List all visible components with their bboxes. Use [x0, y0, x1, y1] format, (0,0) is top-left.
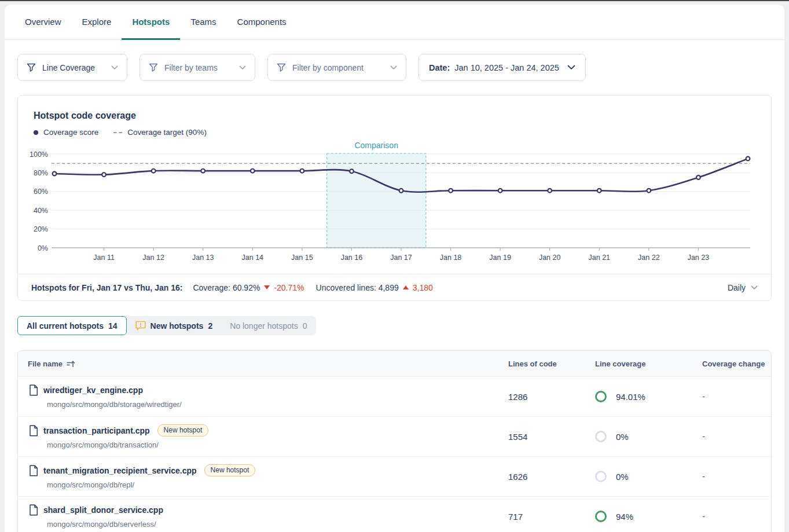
coverage-percent: 94.01%	[616, 392, 645, 402]
table-body: wiredtiger_kv_engine.cpp mongo/src/mongo…	[18, 377, 771, 532]
coverage-metric: Coverage: 60.92% -20.71%	[193, 283, 304, 292]
teams-filter[interactable]: Filter by teams	[140, 54, 255, 81]
svg-text:Jan 12: Jan 12	[142, 254, 164, 262]
svg-text:100%: 100%	[30, 151, 48, 159]
svg-text:Jan 21: Jan 21	[589, 254, 611, 262]
file-name-header-label: File name	[28, 359, 63, 368]
top-nav: OverviewExploreHotspotsTeamsComponents	[5, 5, 784, 40]
legend-label: Coverage score	[43, 128, 98, 137]
table-header-row: File name Lines of code Line coverage Co…	[18, 351, 771, 377]
tab-hotspots[interactable]: Hotspots	[122, 5, 180, 40]
new-hotspot-badge: New hotspot	[204, 464, 256, 476]
series-dot-icon	[34, 130, 38, 135]
svg-text:20%: 20%	[34, 225, 48, 233]
funnel-icon	[27, 63, 36, 72]
chevron-down-icon	[390, 65, 397, 70]
coverage-percent: 0%	[616, 432, 629, 442]
uncovered-lines-metric: Uncovered lines: 4,899 3,180	[316, 283, 433, 292]
line-coverage-cell: 94.01%	[595, 377, 688, 416]
chevron-down-icon	[567, 65, 575, 70]
line-coverage-cell: 0%	[595, 457, 688, 496]
table-row[interactable]: transaction_participant.cpp New hotspot …	[18, 417, 771, 457]
coverage-line-chart[interactable]: 0%20%40%60%80%100%ComparisonJan 11Jan 12…	[18, 140, 771, 271]
chart-legend: Coverage scoreCoverage target (90%)	[34, 128, 207, 137]
lines-of-code-value: 717	[508, 497, 595, 532]
file-icon	[29, 504, 38, 516]
svg-text:40%: 40%	[34, 207, 48, 215]
hotspot-tab-new-hotspots[interactable]: New hotspots2	[127, 316, 222, 335]
file-name[interactable]: wiredtiger_kv_engine.cpp	[43, 386, 143, 395]
funnel-icon	[149, 63, 158, 72]
coverage-type-label: Line Coverage	[42, 63, 95, 72]
line-coverage-cell: 0%	[595, 417, 688, 456]
svg-text:Jan 14: Jan 14	[242, 254, 264, 262]
svg-text:Jan 19: Jan 19	[489, 254, 511, 262]
column-file-name[interactable]: File name	[18, 359, 508, 368]
svg-text:Jan 11: Jan 11	[93, 254, 115, 262]
file-icon	[29, 465, 38, 476]
hotspot-tab-all-current-hotspots[interactable]: All current hotspots14	[17, 316, 127, 335]
svg-text:Jan 20: Jan 20	[539, 254, 561, 262]
column-coverage-change[interactable]: Coverage change	[688, 359, 771, 368]
tab-components[interactable]: Components	[227, 5, 297, 40]
coverage-change-value: -	[688, 497, 771, 532]
tab-overview[interactable]: Overview	[14, 5, 72, 40]
coverage-change-value: -	[688, 417, 771, 456]
file-path: mongo/src/mongo/db/repl/	[47, 480, 508, 489]
file-name[interactable]: transaction_participant.cpp	[43, 426, 150, 435]
date-prefix: Date:	[429, 63, 450, 72]
tab-explore[interactable]: Explore	[72, 5, 122, 40]
chevron-down-icon	[751, 285, 758, 290]
coverage-ring-icon	[595, 471, 607, 482]
svg-text:Jan 13: Jan 13	[192, 254, 214, 262]
dashed-line-icon	[113, 132, 122, 133]
comparison-region-label: Comparison	[354, 141, 398, 150]
chevron-down-icon	[239, 65, 246, 70]
tab-teams[interactable]: Teams	[180, 5, 226, 40]
hotspot-tab-strip: All current hotspots14New hotspots2No lo…	[17, 316, 316, 335]
svg-text:60%: 60%	[34, 188, 48, 196]
filter-bar: Line Coverage Filter by teams Filter by …	[5, 40, 784, 81]
svg-text:80%: 80%	[34, 169, 48, 177]
svg-text:Jan 18: Jan 18	[440, 254, 462, 262]
coverage-ring-icon	[595, 511, 607, 522]
new-hotspot-badge: New hotspot	[157, 424, 209, 436]
svg-text:Jan 23: Jan 23	[688, 254, 710, 262]
component-filter[interactable]: Filter by component	[267, 54, 406, 81]
hotspot-tab-label: New hotspots	[151, 321, 204, 331]
svg-text:Jan 22: Jan 22	[638, 254, 660, 262]
file-name[interactable]: tenant_migration_recipient_service.cpp	[43, 466, 197, 475]
column-line-coverage[interactable]: Line coverage	[595, 359, 688, 368]
file-cell: tenant_migration_recipient_service.cpp N…	[18, 457, 508, 496]
svg-text:Jan 16: Jan 16	[341, 254, 363, 262]
legend-item: Coverage target (90%)	[113, 128, 207, 137]
file-name[interactable]: shard_split_donor_service.cpp	[43, 505, 163, 515]
funnel-icon	[277, 63, 286, 72]
coverage-delta: -20.71%	[274, 283, 304, 292]
file-icon	[29, 425, 38, 436]
lines-of-code-value: 1626	[508, 457, 595, 496]
legend-item: Coverage score	[34, 128, 98, 137]
column-lines-of-code[interactable]: Lines of code	[508, 359, 595, 368]
coverage-percent: 94%	[616, 512, 633, 522]
hotspot-tab-no-longer-hotspots[interactable]: No longer hotspots0	[221, 316, 315, 335]
hotspot-tab-count: 2	[208, 321, 212, 331]
granularity-select[interactable]: Daily	[728, 283, 758, 292]
component-filter-label: Filter by component	[292, 63, 364, 72]
coverage-type-filter[interactable]: Line Coverage	[17, 54, 127, 81]
window-top-edge	[0, 0, 789, 1]
table-row[interactable]: shard_split_donor_service.cpp mongo/src/…	[18, 497, 771, 532]
hotspot-tab-label: All current hotspots	[27, 321, 104, 331]
chevron-down-icon	[111, 65, 118, 70]
summary-heading: Hotspots for Fri, Jan 17 vs Thu, Jan 16:	[31, 283, 182, 292]
file-cell: transaction_participant.cpp New hotspot …	[18, 417, 508, 456]
svg-text:Jan 15: Jan 15	[291, 254, 313, 262]
table-row[interactable]: wiredtiger_kv_engine.cpp mongo/src/mongo…	[18, 377, 771, 417]
comparison-summary-bar: Hotspots for Fri, Jan 17 vs Thu, Jan 16:…	[18, 274, 771, 300]
coverage-value: Coverage: 60.92%	[193, 283, 260, 292]
coverage-change-value: -	[688, 457, 771, 496]
date-range-filter[interactable]: Date: Jan 10, 2025 - Jan 24, 2025	[419, 54, 586, 81]
svg-text:0%: 0%	[38, 244, 48, 252]
table-row[interactable]: tenant_migration_recipient_service.cpp N…	[18, 457, 771, 497]
hotspot-tab-count: 14	[108, 321, 118, 331]
